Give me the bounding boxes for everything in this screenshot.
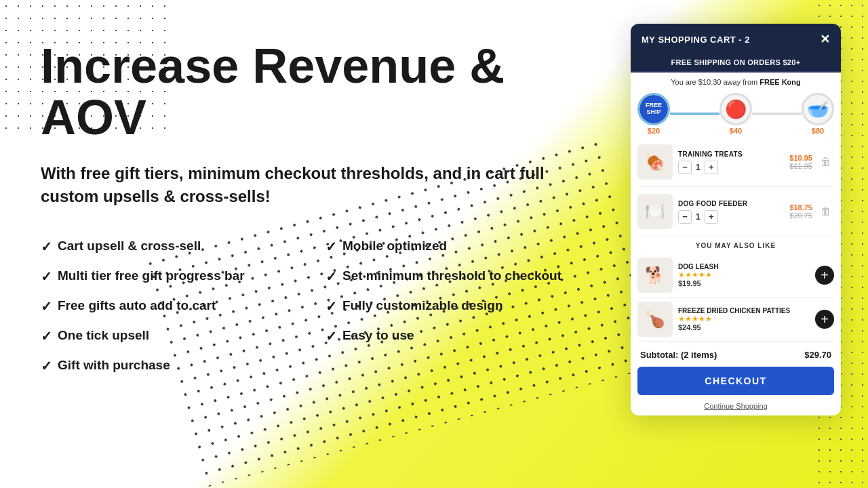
page-content: Increase Revenue & AOV With free gift ti… (0, 0, 868, 488)
feature-item: ✓ Multi tier free gift progress bar (41, 262, 326, 291)
continue-shopping-link[interactable]: Continue Shopping (631, 399, 841, 415)
item-image-1: 🍖 (637, 144, 673, 180)
cart-widget: MY SHOPPING CART - 2 ✕ FREE SHIPPING ON … (631, 24, 841, 415)
cart-item-1: 🍖 TRAINING TREATS − 1 + $10.95 $11.95 🗑 (637, 138, 834, 187)
free-kong-message: You are $10.30 away from FREE Kong (631, 73, 841, 89)
check-icon: ✓ (41, 268, 52, 285)
features-grid: ✓ Cart upsell & cross-sell ✓ Multi tier … (41, 232, 610, 381)
item-name-1: TRAINING TREATS (678, 150, 784, 158)
upsell-section: YOU MAY ALSO LIKE 🐕 DOG LEASH ★★★★★ $19.… (631, 237, 841, 344)
checkout-button[interactable]: CHECKOUT (637, 367, 834, 395)
feature-item: ✓ One tick upsell (41, 321, 326, 351)
upsell-title: YOU MAY ALSO LIKE (637, 242, 834, 249)
feature-text: Easy to use (342, 328, 414, 343)
upsell-name-2: FREEZE DRIED CHICKEN PATTIES (678, 307, 810, 314)
subtotal-value: $29.70 (804, 350, 831, 360)
feature-text: Gift with purchase (58, 358, 170, 373)
qty-value-1: 1 (696, 163, 701, 172)
tier-item-2: 🔴 $40 (719, 93, 752, 135)
cart-items-list: 🍖 TRAINING TREATS − 1 + $10.95 $11.95 🗑 … (631, 138, 841, 237)
feature-item: ✓ Cart upsell & cross-sell (41, 232, 326, 262)
upsell-name-1: DOG LEASH (678, 263, 810, 270)
upsell-price-1: $19.95 (678, 279, 810, 287)
tier-item-1: FREESHIP $20 (637, 93, 670, 135)
upsell-price-2: $24.95 (678, 323, 810, 331)
subtotal-label: Subtotal: (2 items) (640, 350, 717, 360)
left-panel: Increase Revenue & AOV With free gift ti… (41, 27, 631, 381)
tier-label-2: $40 (730, 127, 742, 135)
free-ship-badge: FREESHIP (639, 95, 668, 123)
feature-text: Fully customizable design (342, 298, 503, 313)
qty-value-2: 1 (696, 212, 701, 222)
qty-increase-1[interactable]: + (705, 161, 718, 174)
feature-item: ✓ Set minimum threshold to checkout (326, 262, 610, 291)
item-details-1: TRAINING TREATS − 1 + (678, 150, 784, 174)
item-qty-2: − 1 + (678, 210, 784, 224)
feature-text: One tick upsell (58, 328, 149, 343)
feature-item-gift: ✓ Gift with purchase (41, 351, 326, 381)
cart-title: MY SHOPPING CART - 2 (642, 35, 750, 45)
tier-label-3: $80 (812, 127, 824, 135)
upsell-item-1: 🐕 DOG LEASH ★★★★★ $19.95 + (637, 253, 834, 298)
page-title: Increase Revenue & AOV (41, 41, 610, 143)
check-icon: ✓ (326, 298, 337, 314)
qty-decrease-2[interactable]: − (678, 210, 692, 224)
check-icon: ✓ (326, 239, 337, 255)
qty-increase-2[interactable]: + (705, 210, 718, 224)
upsell-image-2: 🍗 (637, 302, 673, 337)
check-icon: ✓ (41, 298, 52, 314)
subtitle: With free gift tiers, minimum checkout t… (41, 162, 597, 207)
upsell-item-2: 🍗 FREEZE DRIED CHICKEN PATTIES ★★★★★ $24… (637, 298, 834, 342)
feature-item: ✓ Mobile optimized (326, 232, 610, 262)
check-icon: ✓ (326, 328, 337, 344)
item-name-2: DOG FOOD FEEDER (678, 200, 784, 207)
upsell-info-2: FREEZE DRIED CHICKEN PATTIES ★★★★★ $24.9… (678, 307, 810, 331)
item-image-2: 🍽️ (637, 194, 673, 229)
feature-text: Free gifts auto add to cart (58, 298, 216, 313)
subtotal-row: Subtotal: (2 items) $29.70 (631, 344, 841, 363)
feature-item: ✓ Easy to use (326, 321, 610, 351)
price-current-2: $18.75 (789, 203, 812, 211)
add-to-cart-button-2[interactable]: + (815, 310, 834, 329)
price-original-2: $20.75 (789, 211, 812, 220)
item-details-2: DOG FOOD FEEDER − 1 + (678, 200, 784, 224)
feature-item: ✓ Free gifts auto add to cart (41, 291, 326, 321)
cart-header: MY SHOPPING CART - 2 ✕ (631, 24, 841, 55)
item-price-2: $18.75 $20.75 (789, 203, 812, 220)
upsell-info-1: DOG LEASH ★★★★★ $19.95 (678, 263, 810, 287)
feature-text: Multi tier free gift progress bar (58, 268, 245, 283)
feature-text: Set minimum threshold to checkout (342, 268, 561, 283)
tier-circle-2: 🔴 (719, 93, 752, 125)
upsell-stars-1: ★★★★★ (678, 270, 810, 279)
features-col-2: ✓ Mobile optimized ✓ Set minimum thresho… (326, 232, 610, 381)
upsell-image-1: 🐕 (637, 258, 673, 293)
upsell-stars-2: ★★★★★ (678, 314, 810, 323)
check-icon: ✓ (41, 358, 52, 374)
cart-close-button[interactable]: ✕ (820, 32, 830, 47)
feature-item: ✓ Fully customizable design (326, 291, 610, 321)
tier-circle-3: 🥣 (802, 93, 834, 125)
check-icon: ✓ (41, 239, 52, 255)
item-price-1: $10.95 $11.95 (789, 154, 812, 170)
delete-button-1[interactable]: 🗑 (818, 155, 834, 169)
tier-connector-2 (752, 113, 802, 115)
feature-text: Mobile optimized (342, 239, 447, 253)
free-shipping-banner: FREE SHIPPING ON ORDERS $20+ (631, 55, 841, 73)
tier-connector-1 (670, 113, 719, 115)
qty-decrease-1[interactable]: − (678, 161, 692, 174)
feature-text: Cart upsell & cross-sell (58, 239, 201, 253)
delete-button-2[interactable]: 🗑 (818, 204, 834, 219)
check-icon: ✓ (326, 268, 337, 285)
item-qty-1: − 1 + (678, 161, 784, 174)
check-icon: ✓ (41, 328, 52, 344)
tier-circle-1: FREESHIP (637, 93, 670, 125)
tier-label-1: $20 (648, 127, 660, 135)
tier-item-3: 🥣 $80 (802, 93, 834, 135)
price-current-1: $10.95 (789, 154, 812, 162)
features-col-1: ✓ Cart upsell & cross-sell ✓ Multi tier … (41, 232, 326, 381)
price-original-1: $11.95 (789, 162, 812, 170)
add-to-cart-button-1[interactable]: + (815, 266, 834, 285)
cart-item-2: 🍽️ DOG FOOD FEEDER − 1 + $18.75 $20.75 🗑 (637, 187, 834, 237)
tier-progress-row: FREESHIP $20 🔴 $40 🥣 $80 (631, 89, 841, 138)
